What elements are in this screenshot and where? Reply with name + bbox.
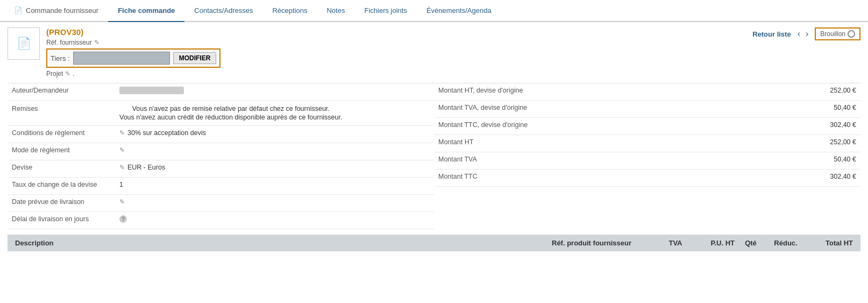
auteur-row: Auteur/Demandeur [8, 83, 434, 101]
tab-contacts-adresses[interactable]: Contacts/Adresses [184, 0, 262, 22]
montant-ht-row: Montant HT 252,00 € [434, 135, 860, 152]
th-qte: Qté [735, 239, 767, 247]
doc-ref: Réf. fournisseur ✎ [46, 39, 220, 46]
info-left: Auteur/Demandeur Remises Vous n'avez pas… [8, 83, 434, 229]
status-badge: Brouillon [815, 27, 860, 40]
tab-evenements-agenda[interactable]: Événements/Agenda [417, 0, 501, 22]
tiers-input[interactable] [73, 52, 170, 65]
table-header: Description Réf. produit fournisseur TVA… [8, 235, 860, 251]
date-livraison-row: Date prévue de livraison ✎ [8, 195, 434, 212]
montant-tva-origine-row: Montant TVA, devise d'origine 50,40 € [434, 101, 860, 118]
document-thumbnail: 📄 [8, 27, 40, 60]
montant-ttc-row: Montant TTC 302,40 € [434, 170, 860, 187]
help-icon[interactable]: ? [119, 215, 127, 223]
tiers-row: Tiers : MODIFIER [46, 48, 220, 68]
ref-edit-icon[interactable]: ✎ [94, 39, 99, 46]
mode-edit-icon[interactable]: ✎ [119, 146, 125, 154]
devise-edit-icon[interactable]: ✎ [119, 164, 125, 171]
projet-edit-icon[interactable]: ✎ [65, 70, 70, 77]
doc-projet: Projet ✎ . [46, 70, 220, 77]
th-total-ht: Total HT [805, 239, 853, 247]
tab-receptions[interactable]: Réceptions [262, 0, 317, 22]
doc-info: (PROV30) Réf. fournisseur ✎ Tiers : MODI… [46, 27, 220, 77]
th-tva: TVA [659, 239, 692, 247]
conditions-row: Conditions de règlement ✎ 30% sur accept… [8, 126, 434, 143]
next-arrow[interactable]: › [803, 28, 810, 40]
info-grid: Auteur/Demandeur Remises Vous n'avez pas… [8, 83, 860, 229]
tab-fiche-commande[interactable]: Fiche commande [108, 0, 184, 22]
th-pu-ht: P.U. HT [692, 239, 735, 247]
montant-ttc-origine-row: Montant TTC, devise d'origine 302,40 € [434, 118, 860, 135]
montant-ht-origine-row: Montant HT, devise d'origine 252,00 € [434, 83, 860, 101]
mode-reglement-row: Mode de règlement ✎ [8, 143, 434, 160]
tab-fichiers-joints[interactable]: Fichiers joints [354, 0, 416, 22]
status-label: Brouillon [820, 30, 845, 38]
retour-liste-link[interactable]: Retour liste [752, 30, 791, 38]
header-section: 📄 (PROV30) Réf. fournisseur ✎ Tiers : MO… [8, 27, 860, 77]
taux-row: Taux de change de la devise 1 [8, 178, 434, 195]
main-content: 📄 (PROV30) Réf. fournisseur ✎ Tiers : MO… [0, 22, 868, 257]
th-ref-produit: Réf. produit fournisseur [552, 239, 659, 247]
tiers-label: Tiers : [51, 54, 70, 62]
remises-row: Remises Vous n'avez pas de remise relati… [8, 101, 434, 126]
nav-arrows: ‹ › [795, 28, 811, 40]
tab-commande-fournisseur[interactable]: 📄 Commande fournisseur [4, 0, 108, 22]
doc-title: (PROV30) [46, 27, 220, 37]
info-right: Montant HT, devise d'origine 252,00 € Mo… [434, 83, 860, 229]
header-left: 📄 (PROV30) Réf. fournisseur ✎ Tiers : MO… [8, 27, 220, 77]
th-reduc: Réduc. [767, 239, 805, 247]
prev-arrow[interactable]: ‹ [795, 28, 802, 40]
file-icon: 📄 [17, 37, 31, 51]
auteur-blurred [119, 87, 184, 94]
th-description: Description [15, 239, 552, 247]
delai-row: Délai de livraison en jours ? [8, 212, 434, 229]
status-radio[interactable] [848, 30, 855, 38]
document-icon: 📄 [14, 6, 23, 15]
tab-notes[interactable]: Notes [317, 0, 354, 22]
conditions-edit-icon[interactable]: ✎ [119, 129, 125, 137]
devise-row: Devise ✎ EUR - Euros [8, 160, 434, 178]
montant-tva-row: Montant TVA 50,40 € [434, 152, 860, 170]
modifier-button[interactable]: MODIFIER [173, 52, 217, 64]
tab-bar: 📄 Commande fournisseur Fiche commande Co… [0, 0, 868, 22]
date-edit-icon[interactable]: ✎ [119, 198, 125, 206]
header-right: Retour liste ‹ › Brouillon [752, 27, 860, 40]
